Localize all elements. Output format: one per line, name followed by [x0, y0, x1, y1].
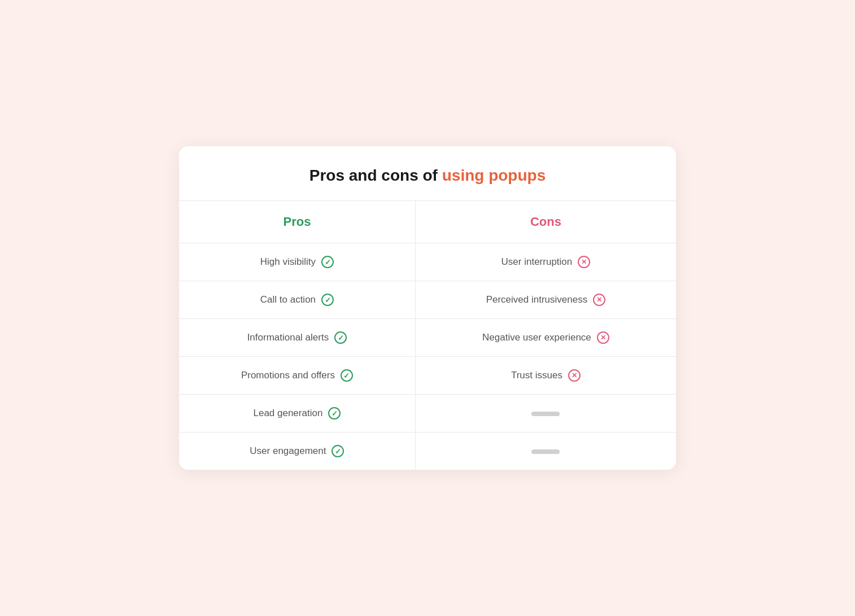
con-cell-4: [415, 395, 676, 432]
pro-text-0: High visibility: [260, 256, 316, 268]
con-cell-3: Trust issues: [415, 357, 676, 395]
check-icon: [328, 407, 341, 420]
check-icon: [321, 294, 334, 306]
pro-text-2: Informational alerts: [247, 332, 329, 343]
table-row: Promotions and offersTrust issues: [179, 357, 676, 395]
table-row: High visibilityUser interruption: [179, 243, 676, 281]
cons-column-header: Cons: [415, 201, 676, 243]
table-row: Informational alertsNegative user experi…: [179, 319, 676, 357]
pro-cell-0: High visibility: [179, 243, 415, 281]
check-icon: [321, 256, 334, 268]
pro-text-1: Call to action: [260, 294, 316, 305]
pro-cell-5: User engagement: [179, 432, 415, 470]
table-row: User engagement: [179, 432, 676, 470]
con-text-2: Negative user experience: [482, 332, 591, 343]
x-icon: [597, 331, 609, 344]
table-header-row: Pros Cons: [179, 201, 676, 243]
title-prefix: Pros and cons of: [309, 167, 442, 184]
table-row: Call to actionPerceived intrusiveness: [179, 281, 676, 319]
table-row: Lead generation: [179, 395, 676, 432]
check-icon: [331, 445, 344, 457]
con-cell-5: [415, 432, 676, 470]
main-card: Pros and cons of using popups Pros Cons …: [179, 146, 676, 470]
x-icon: [593, 294, 605, 306]
pro-cell-2: Informational alerts: [179, 319, 415, 357]
con-text-1: Perceived intrusiveness: [486, 294, 588, 305]
check-icon: [334, 331, 347, 344]
check-icon: [341, 369, 353, 382]
con-cell-0: User interruption: [415, 243, 676, 281]
x-icon: [568, 369, 581, 382]
pro-cell-3: Promotions and offers: [179, 357, 415, 395]
pro-cell-4: Lead generation: [179, 395, 415, 432]
title-highlight: using popups: [442, 167, 546, 184]
con-cell-1: Perceived intrusiveness: [415, 281, 676, 319]
x-icon: [578, 256, 590, 268]
con-text-0: User interruption: [501, 256, 573, 268]
con-cell-2: Negative user experience: [415, 319, 676, 357]
pros-column-header: Pros: [179, 201, 415, 243]
pro-text-4: Lead generation: [253, 408, 322, 419]
pro-cell-1: Call to action: [179, 281, 415, 319]
con-text-3: Trust issues: [511, 370, 562, 381]
pros-cons-table: Pros Cons High visibilityUser interrupti…: [179, 201, 676, 470]
pro-text-5: User engagement: [250, 445, 326, 457]
dash-placeholder: [531, 449, 560, 454]
pro-text-3: Promotions and offers: [241, 370, 335, 381]
dash-placeholder: [531, 412, 560, 416]
card-title: Pros and cons of using popups: [179, 146, 676, 201]
